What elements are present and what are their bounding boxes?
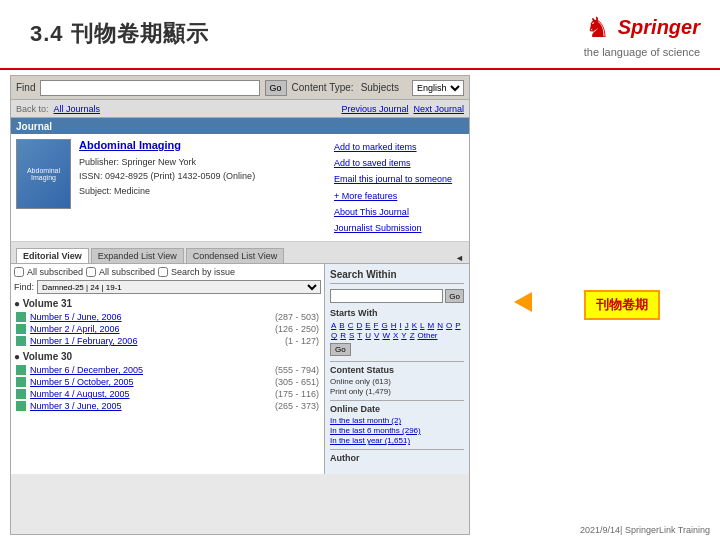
alpha-Z[interactable]: Z <box>409 331 416 340</box>
alpha-Y[interactable]: Y <box>400 331 407 340</box>
alpha-E[interactable]: E <box>364 321 371 330</box>
language-select[interactable]: English <box>412 80 464 96</box>
online-last-year[interactable]: In the last year (1,651) <box>330 436 464 445</box>
action-add-marked[interactable]: Add to marked items <box>334 139 464 155</box>
content-type-label: Content Type: <box>292 82 354 93</box>
issue-link[interactable]: Number 5 / June, 2006 <box>30 312 271 322</box>
search-within-panel: Search Within Go Starts With A B C D E F… <box>324 264 469 474</box>
issue-link[interactable]: Number 4 / August, 2005 <box>30 389 271 399</box>
prev-journal-link[interactable]: Previous Journal <box>341 104 408 114</box>
issue-link[interactable]: Number 3 / June, 2005 <box>30 401 271 411</box>
status-print-only: Print only (1,479) <box>330 387 464 396</box>
issue-link[interactable]: Number 5 / October, 2005 <box>30 377 271 387</box>
alpha-T[interactable]: T <box>356 331 363 340</box>
action-more[interactable]: + More features <box>334 188 464 204</box>
issue-link[interactable]: Number 1 / February, 2006 <box>30 336 281 346</box>
alpha-I[interactable]: I <box>399 321 403 330</box>
all-subscribed-check[interactable] <box>14 267 24 277</box>
online-last-6months[interactable]: In the last 6 months (296) <box>330 426 464 435</box>
item-icon <box>16 365 26 375</box>
callout-arrow <box>514 292 532 312</box>
journal-actions-panel: Add to marked items Add to saved items E… <box>334 139 464 236</box>
alpha-O[interactable]: O <box>445 321 453 330</box>
alpha-A[interactable]: A <box>330 321 337 330</box>
issue-pages: (305 - 651) <box>275 377 319 387</box>
alpha-G[interactable]: G <box>380 321 388 330</box>
content-type-value: Subjects <box>361 82 399 93</box>
alpha-R[interactable]: R <box>339 331 347 340</box>
volume-30-heading: ● Volume 30 <box>14 351 321 362</box>
alpha-D[interactable]: D <box>355 321 363 330</box>
list-item: Number 4 / August, 2005 (175 - 116) <box>14 388 321 400</box>
next-journal-link[interactable]: Next Journal <box>413 104 464 114</box>
status-online-only: Online only (613) <box>330 377 464 386</box>
alpha-J[interactable]: J <box>404 321 410 330</box>
item-icon <box>16 377 26 387</box>
filter-label-3: Search by issue <box>171 267 235 277</box>
journal-title[interactable]: Abdominal Imaging <box>79 139 326 151</box>
callout-label: 刊物卷期 <box>584 290 660 320</box>
alpha-M[interactable]: M <box>427 321 436 330</box>
issue-pages: (1 - 127) <box>285 336 319 346</box>
tab-expanded[interactable]: Expanded List View <box>91 248 184 263</box>
list-item: Number 5 / October, 2005 (305 - 651) <box>14 376 321 388</box>
alpha-go-button[interactable]: Go <box>330 343 351 356</box>
alpha-V[interactable]: V <box>373 331 380 340</box>
filter-label-2: All subscribed <box>99 267 155 277</box>
issn-label: ISSN: <box>79 171 103 181</box>
tab-condensed[interactable]: Condensed List View <box>186 248 284 263</box>
springer-icon: ♞ <box>585 11 610 44</box>
author-title: Author <box>330 449 464 463</box>
alpha-C[interactable]: C <box>347 321 355 330</box>
browser-window: Find Go Content Type: Subjects English B… <box>10 75 470 535</box>
search-field-input[interactable] <box>330 289 443 303</box>
back-to-label: Back to: <box>16 104 49 114</box>
item-icon <box>16 389 26 399</box>
all-subscribed-check-2[interactable] <box>86 267 96 277</box>
publisher-value: Springer New York <box>122 157 197 167</box>
alpha-X[interactable]: X <box>392 331 399 340</box>
alpha-W[interactable]: W <box>381 331 391 340</box>
item-icon <box>16 336 26 346</box>
journal-cover: Abdominal Imaging <box>16 139 71 209</box>
action-email-journal[interactable]: Email this journal to someone <box>334 171 464 187</box>
alpha-H[interactable]: H <box>390 321 398 330</box>
subject-label: Subject: <box>79 186 112 196</box>
publisher-label: Publisher: <box>79 157 119 167</box>
online-last-month[interactable]: In the last month (2) <box>330 416 464 425</box>
issue-dropdown[interactable]: Damned-25 | 24 | 19-1 12-1 <box>37 280 321 294</box>
issue-link[interactable]: Number 6 / December, 2005 <box>30 365 271 375</box>
page-title: 3.4 刊物卷期顯示 <box>30 19 209 49</box>
issue-link[interactable]: Number 2 / April, 2006 <box>30 324 271 334</box>
subject-value: Medicine <box>114 186 150 196</box>
tab-editorial[interactable]: Editorial View <box>16 248 89 263</box>
filter-label-1: All subscribed <box>27 267 83 277</box>
alpha-L[interactable]: L <box>419 321 425 330</box>
content-status-title: Content Status <box>330 361 464 375</box>
alpha-N[interactable]: N <box>436 321 444 330</box>
all-journals-link[interactable]: All Journals <box>54 104 101 114</box>
item-icon <box>16 401 26 411</box>
search-go-btn[interactable]: Go <box>445 289 464 303</box>
alpha-Q[interactable]: Q <box>330 331 338 340</box>
alpha-K[interactable]: K <box>411 321 418 330</box>
volume-filter-row: All subscribed All subscribed Search by … <box>14 267 321 277</box>
issue-pages: (175 - 116) <box>275 389 319 399</box>
alpha-S[interactable]: S <box>348 331 355 340</box>
search-by-issue-check[interactable] <box>158 267 168 277</box>
issue-pages: (126 - 250) <box>275 324 319 334</box>
alpha-B[interactable]: B <box>338 321 345 330</box>
go-button[interactable]: Go <box>265 80 287 96</box>
list-item: Number 6 / December, 2005 (555 - 794) <box>14 364 321 376</box>
find-input[interactable] <box>40 80 259 96</box>
alpha-other[interactable]: Other <box>417 331 439 340</box>
alpha-P[interactable]: P <box>454 321 461 330</box>
springer-tagline: the language of science <box>584 46 700 58</box>
issue-pages: (265 - 373) <box>275 401 319 411</box>
alpha-U[interactable]: U <box>364 331 372 340</box>
page-header: 3.4 刊物卷期顯示 ♞ Springer the language of sc… <box>0 0 720 70</box>
action-add-saved[interactable]: Add to saved items <box>334 155 464 171</box>
action-journalist[interactable]: Journalist Submission <box>334 220 464 236</box>
action-about[interactable]: About This Journal <box>334 204 464 220</box>
alpha-F[interactable]: F <box>373 321 380 330</box>
